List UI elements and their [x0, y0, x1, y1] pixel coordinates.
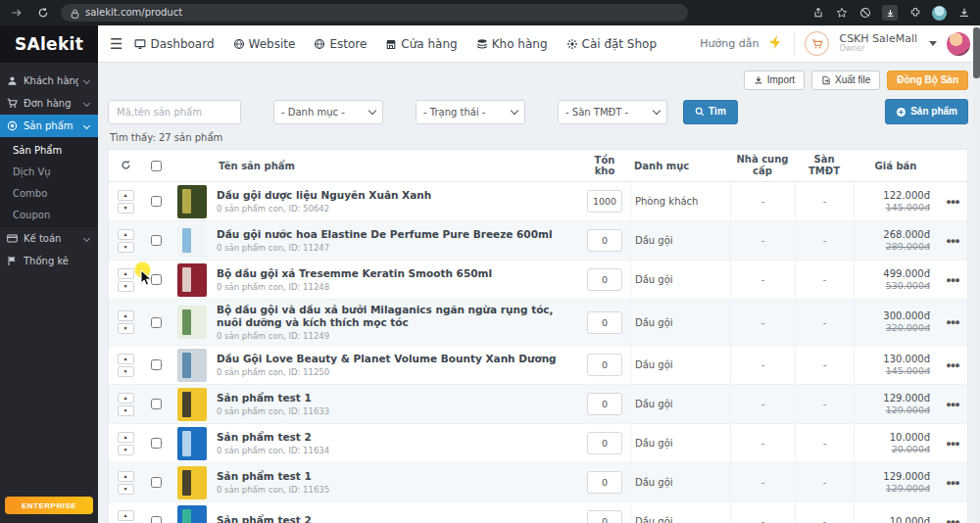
move-up-button[interactable]: ▲	[118, 310, 134, 321]
move-down-button[interactable]: ▼	[118, 323, 134, 334]
stock-input[interactable]	[587, 471, 622, 494]
product-name[interactable]: Dầu Gội Love Beauty & Planet Volume Boun…	[217, 353, 571, 365]
status-select[interactable]: - Trạng thái -	[416, 100, 525, 124]
product-name[interactable]: Bộ dầu gội và dầu xả bưởi Milaganics ngă…	[217, 304, 571, 329]
product-thumbnail[interactable]	[177, 306, 207, 339]
plan-badge-button[interactable]: ENTERPRISE	[5, 497, 93, 514]
product-thumbnail[interactable]	[177, 505, 207, 523]
row-actions-button[interactable]: ●●●	[946, 517, 958, 523]
shop-cart-icon[interactable]	[805, 31, 829, 56]
scrollbar-thumb[interactable]	[973, 27, 980, 78]
row-checkbox[interactable]	[151, 399, 162, 409]
product-thumbnail[interactable]	[177, 224, 207, 258]
stock-input[interactable]	[587, 393, 622, 415]
browser-profile-avatar[interactable]	[932, 6, 947, 21]
product-name[interactable]: Sản phẩm test 1	[217, 470, 571, 483]
downloads-tray-icon[interactable]	[957, 7, 970, 20]
nav-dashboard[interactable]: Dashboard	[134, 37, 214, 51]
move-up-button[interactable]: ▲	[118, 393, 134, 404]
stock-input[interactable]	[587, 229, 622, 252]
move-down-button[interactable]: ▼	[118, 203, 134, 214]
product-thumbnail[interactable]	[177, 185, 207, 218]
marketplace-select[interactable]: - Sàn TMĐT -	[558, 100, 667, 124]
nav-warehouse[interactable]: Kho hàng	[476, 37, 548, 51]
sidebar-item-accounting[interactable]: Kế toán	[0, 227, 98, 250]
row-actions-button[interactable]: ●●●	[946, 275, 958, 285]
product-thumbnail[interactable]	[177, 349, 207, 382]
move-up-button[interactable]: ▲	[118, 471, 134, 482]
stock-input[interactable]	[587, 432, 622, 454]
move-down-button[interactable]: ▼	[118, 405, 134, 416]
app-logo[interactable]: SAlekit	[0, 25, 98, 63]
product-name[interactable]: Sản phẩm test 2	[217, 514, 571, 523]
stock-input[interactable]	[587, 311, 622, 334]
move-down-button[interactable]: ▼	[118, 242, 134, 253]
product-thumbnail[interactable]	[177, 466, 207, 499]
nav-shop-settings[interactable]: Cài đặt Shop	[566, 37, 658, 51]
row-checkbox[interactable]	[151, 196, 162, 207]
move-up-button[interactable]: ▲	[118, 268, 134, 279]
product-thumbnail[interactable]	[177, 388, 207, 421]
sidebar-item-products[interactable]: Sản phẩm	[0, 115, 98, 137]
sidebar-subitem-products[interactable]: Sản Phẩm	[0, 139, 98, 161]
menu-toggle-icon[interactable]: ☰	[98, 35, 134, 53]
account-menu[interactable]: CSKH SaleMall Owner	[839, 33, 917, 54]
row-checkbox[interactable]	[151, 477, 162, 488]
move-down-button[interactable]: ▼	[118, 484, 134, 495]
import-button[interactable]: Import	[744, 71, 805, 90]
sync-marketplace-button[interactable]: Đồng Bộ Sàn	[887, 71, 968, 90]
move-up-button[interactable]: ▲	[118, 354, 134, 364]
forward-icon[interactable]	[10, 7, 23, 20]
row-actions-button[interactable]: ●●●	[946, 439, 958, 449]
move-down-button[interactable]: ▼	[118, 366, 134, 377]
help-link[interactable]: Hướng dẫn	[700, 37, 759, 50]
product-thumbnail[interactable]	[177, 427, 207, 460]
row-checkbox[interactable]	[151, 359, 162, 370]
row-actions-button[interactable]: ●●●	[946, 478, 958, 488]
product-name[interactable]: Sản phẩm test 2	[217, 431, 571, 444]
stock-input[interactable]	[587, 510, 622, 523]
bookmark-star-icon[interactable]	[835, 7, 848, 20]
nav-store[interactable]: Cửa hàng	[385, 37, 457, 51]
move-up-button[interactable]: ▲	[118, 190, 134, 201]
sidebar-subitem-services[interactable]: Dịch Vụ	[0, 161, 98, 182]
stock-input[interactable]	[587, 354, 622, 376]
sidebar-item-statistics[interactable]: Thống kê	[0, 250, 98, 272]
move-down-button[interactable]: ▼	[118, 281, 134, 292]
refresh-icon[interactable]	[117, 158, 135, 174]
product-name[interactable]: Bộ dầu gội xả Tresemme Keratin Smooth 65…	[217, 267, 571, 280]
row-actions-button[interactable]: ●●●	[946, 400, 958, 409]
stock-input[interactable]	[587, 268, 622, 291]
page-scrollbar[interactable]	[973, 25, 980, 523]
row-actions-button[interactable]: ●●●	[946, 236, 958, 246]
product-thumbnail[interactable]	[177, 263, 207, 297]
row-actions-button[interactable]: ●●●	[946, 197, 958, 207]
move-up-button[interactable]: ▲	[118, 432, 134, 443]
stock-input[interactable]	[587, 190, 622, 213]
nav-website[interactable]: Website	[233, 37, 296, 51]
reload-icon[interactable]	[36, 7, 49, 20]
move-up-button[interactable]: ▲	[118, 510, 134, 521]
sidebar-subitem-combo[interactable]: Combo	[0, 182, 98, 204]
nav-estore[interactable]: Estore	[314, 37, 367, 51]
search-button[interactable]: Tìm	[683, 100, 738, 124]
export-file-button[interactable]: Xuất file	[811, 71, 880, 90]
sidebar-subitem-coupon[interactable]: Coupon	[0, 204, 98, 225]
sidebar-item-customers[interactable]: Khách hàng	[0, 70, 98, 92]
row-checkbox[interactable]	[151, 438, 162, 449]
move-up-button[interactable]: ▲	[118, 229, 134, 240]
search-input[interactable]	[108, 100, 241, 124]
product-name[interactable]: Dầu gội dược liệu Nguyên Xuân Xanh	[217, 189, 571, 202]
row-checkbox[interactable]	[151, 516, 162, 523]
category-select[interactable]: - Danh mục -	[273, 100, 383, 124]
select-all-checkbox[interactable]	[151, 161, 162, 171]
share-icon[interactable]	[811, 7, 824, 20]
user-avatar[interactable]	[947, 32, 970, 56]
product-name[interactable]: Dầu gội nước hoa Elastine De Perfume Pur…	[217, 228, 571, 241]
row-actions-button[interactable]: ●●●	[946, 317, 958, 327]
sidebar-item-orders[interactable]: Đơn hàng	[0, 92, 98, 115]
address-bar[interactable]: salekit.com/product	[61, 4, 688, 22]
row-checkbox[interactable]	[151, 274, 162, 285]
row-checkbox[interactable]	[151, 235, 162, 246]
adblock-shield-icon[interactable]	[858, 7, 871, 20]
